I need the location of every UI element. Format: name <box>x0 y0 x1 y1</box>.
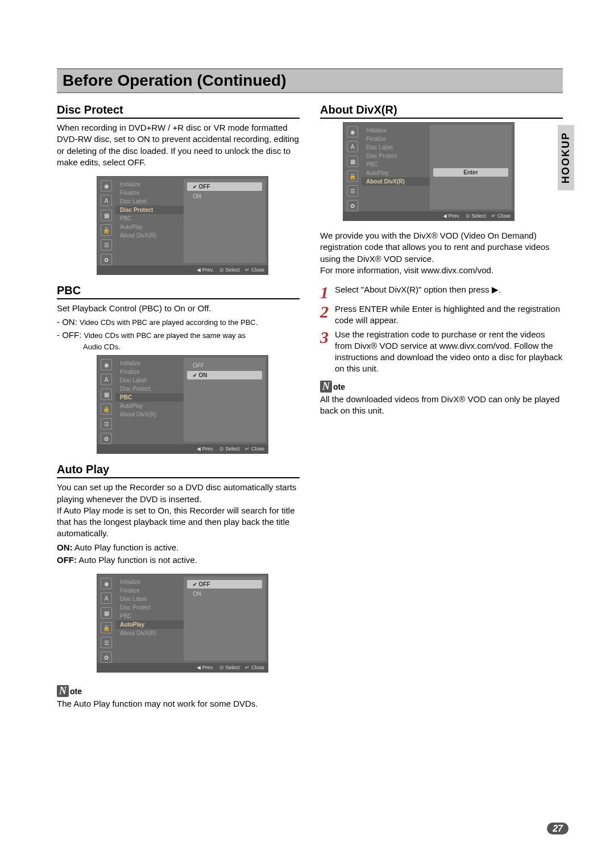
osd-menu-item: Initialize <box>362 126 430 135</box>
osd-menu-item-selected: Disc Protect <box>115 206 184 214</box>
page-title: Before Operation (Continued) <box>63 72 557 90</box>
osd-footer: ◀ Prev. ⊙ Select ↵ Close <box>97 444 268 453</box>
about-divx-body: We provide you with the DivX® VOD (Video… <box>320 230 563 276</box>
letter-a-icon: A <box>101 195 112 206</box>
osd-icon-column: ◉ A ▦ 🔒 ☰ ✿ <box>97 574 115 663</box>
note-icon: N <box>57 685 69 697</box>
heading-disc-protect: Disc Protect <box>57 103 300 119</box>
page-number-badge: 27 <box>547 823 569 834</box>
osd-autoplay: ◉ A ▦ 🔒 ☰ ✿ Initialize Finalize Disc Lab… <box>97 574 268 673</box>
osd-menu-item: AutoPlay <box>115 402 184 410</box>
osd-option: ON <box>187 590 262 598</box>
osd-menu-item: About DivX(R) <box>115 231 184 240</box>
chip-icon: ▦ <box>101 210 112 221</box>
osd-icon-column: ◉ A ▦ 🔒 ☰ ✿ <box>97 356 115 444</box>
chip-icon: ▦ <box>101 389 112 400</box>
osd-menu-item: Finalize <box>115 586 184 595</box>
osd-menu-item: AutoPlay <box>362 169 430 177</box>
osd-option-selected: OFF <box>187 182 262 191</box>
osd-pbc: ◉ A ▦ 🔒 ☰ ✿ Initialize Finalize Disc Lab… <box>97 355 268 454</box>
pbc-off-line2: Audio CDs. <box>57 342 300 352</box>
osd-option: ON <box>187 192 262 201</box>
gear-icon: ✿ <box>101 652 112 663</box>
lock-icon: 🔒 <box>347 170 358 182</box>
list-icon: ☰ <box>347 185 358 197</box>
gear-icon: ✿ <box>101 433 112 444</box>
osd-about-divx: ◉ A ▦ 🔒 ☰ ✿ Initialize Finalize Disc Lab… <box>343 122 515 221</box>
disc-icon: ◉ <box>101 578 112 589</box>
osd-prev: ◀ Prev. <box>197 446 214 452</box>
auto-play-note: The Auto Play function may not work for … <box>57 698 300 710</box>
step-3-text: Use the registration code to purchase or… <box>335 329 563 375</box>
osd-select: ⊙ Select <box>219 446 240 452</box>
disc-icon: ◉ <box>101 359 112 370</box>
list-icon: ☰ <box>101 239 112 251</box>
gear-icon: ✿ <box>101 254 112 265</box>
letter-a-icon: A <box>101 592 112 604</box>
osd-select: ⊙ Select <box>219 665 240 670</box>
step-number-icon: 1 <box>320 284 335 301</box>
step-2: 2 Press ENTER while Enter is highlighted… <box>320 303 563 327</box>
gear-icon: ✿ <box>347 200 358 211</box>
osd-menu-item: Disc Label <box>115 197 184 206</box>
osd-menu-item: Initialize <box>115 578 184 586</box>
osd-menu-item: PBC <box>362 160 430 169</box>
side-tab-hookup: HOOKUP <box>558 125 574 190</box>
osd-menu-item: About DivX(R) <box>115 629 184 637</box>
lock-icon: 🔒 <box>101 403 112 415</box>
osd-prev: ◀ Prev. <box>443 213 460 219</box>
osd-menu-item: Initialize <box>115 180 184 189</box>
osd-prev: ◀ Prev. <box>197 267 214 273</box>
osd-footer: ◀ Prev. ⊙ Select ↵ Close <box>97 663 268 672</box>
note-icon: N <box>320 381 332 393</box>
osd-menu-item: Disc Label <box>115 595 184 603</box>
disc-protect-body: When recording in DVD+RW / +R disc or VR… <box>57 122 300 168</box>
osd-close: ↵ Close <box>491 213 511 219</box>
step-1: 1 Select "About DivX(R)" option then pre… <box>320 284 563 301</box>
osd-menu-item-selected: PBC <box>115 393 184 402</box>
pbc-on-line: - ON: Video CDs with PBC are played acco… <box>57 316 300 328</box>
osd-option-selected: ON <box>187 371 262 379</box>
osd-menu-item: Disc Protect <box>115 385 184 393</box>
osd-select: ⊙ Select <box>219 267 240 273</box>
step-number-icon: 2 <box>320 303 335 327</box>
step-1-text: Select "About DivX(R)" option then press… <box>335 284 563 301</box>
step-number-icon: 3 <box>320 329 335 375</box>
osd-close: ↵ Close <box>245 446 264 452</box>
osd-menu-item: PBC <box>115 214 184 223</box>
osd-icon-column: ◉ A ▦ 🔒 ☰ ✿ <box>343 123 362 211</box>
heading-about-divx: About DivX(R) <box>320 103 563 119</box>
page-title-bar: Before Operation (Continued) <box>57 68 563 93</box>
osd-prev: ◀ Prev. <box>197 665 214 670</box>
heading-pbc: PBC <box>57 284 300 299</box>
pbc-intro: Set Playback Control (PBC) to On or Off. <box>57 303 300 314</box>
osd-menu-item: Disc Protect <box>362 152 430 160</box>
note-label-text: ote <box>70 687 82 696</box>
disc-icon: ◉ <box>101 180 112 191</box>
osd-close: ↵ Close <box>245 267 264 273</box>
list-icon: ☰ <box>101 637 112 648</box>
step-2-text: Press ENTER while Enter is highlighted a… <box>335 303 563 327</box>
auto-play-body: You can set up the Recorder so a DVD dis… <box>57 482 300 539</box>
osd-footer: ◀ Prev. ⊙ Select ↵ Close <box>97 265 268 274</box>
osd-menu-item: Disc Label <box>362 143 430 152</box>
osd-option-selected: OFF <box>187 580 262 589</box>
lock-icon: 🔒 <box>101 224 112 236</box>
osd-icon-column: ◉ A ▦ 🔒 ☰ ✿ <box>97 177 115 265</box>
about-divx-note: All the downloaded videos from DivX® VOD… <box>320 394 563 417</box>
osd-footer: ◀ Prev. ⊙ Select ↵ Close <box>343 211 514 220</box>
auto-play-off: OFF: Auto Play function is not active. <box>57 554 300 566</box>
osd-menu-item: Disc Label <box>115 376 184 385</box>
chip-icon: ▦ <box>347 156 358 167</box>
letter-a-icon: A <box>347 141 358 152</box>
chip-icon: ▦ <box>101 607 112 619</box>
osd-menu-item: AutoPlay <box>115 223 184 231</box>
osd-menu-item: Disc Protect <box>115 603 184 612</box>
step-3: 3 Use the registration code to purchase … <box>320 329 563 375</box>
osd-option: OFF <box>187 361 262 370</box>
osd-menu-item: PBC <box>115 612 184 620</box>
osd-select: ⊙ Select <box>466 213 486 219</box>
osd-option-enter: Enter <box>433 168 508 177</box>
note-flag: N ote <box>320 381 345 393</box>
osd-menu-item: Finalize <box>362 135 430 143</box>
